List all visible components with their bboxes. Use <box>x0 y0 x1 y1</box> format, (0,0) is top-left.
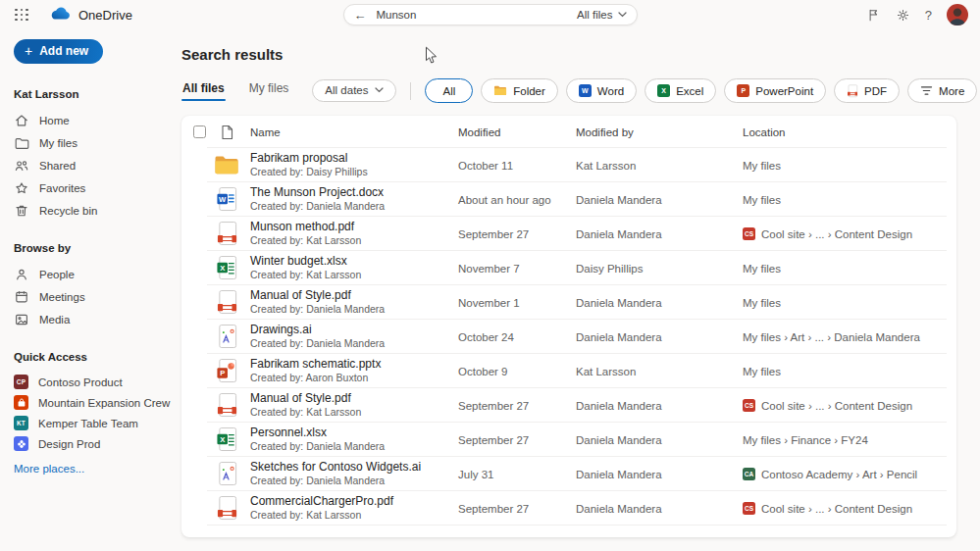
quick-access-contoso-product[interactable]: CP Contoso Product <box>14 372 172 392</box>
tab-all-files[interactable]: All files <box>181 79 226 102</box>
file-location[interactable]: My files › Art › ... › Daniela Mandera <box>743 331 945 343</box>
location-path: Cool site › ... › Content Design <box>761 503 912 515</box>
select-all-checkbox[interactable] <box>193 125 206 138</box>
file-location[interactable]: My files <box>743 297 945 309</box>
sidebar-item-label: People <box>39 269 75 280</box>
sidebar-item-meetings[interactable]: Meetings <box>14 285 172 308</box>
file-created-by: Created by: Kat Larsson <box>250 509 458 523</box>
top-bar: OneDrive ← Munson All files ? <box>0 0 980 29</box>
search-input[interactable]: Munson <box>377 9 578 21</box>
onedrive-cloud-icon <box>49 6 71 25</box>
file-modified-by: Daniela Mandera <box>576 400 743 412</box>
file-location[interactable]: CS Cool site › ... › Content Design <box>743 227 945 240</box>
sidebar-quick-access-nav: CP Contoso Product Mountain Expansion Cr… <box>14 372 172 454</box>
quick-access-label: Contoso Product <box>38 376 123 388</box>
quick-access-kemper-table-team[interactable]: KT Kemper Table Team <box>14 413 172 433</box>
filter-pill-pdf[interactable]: PDF <box>834 78 900 103</box>
quick-access-label: Design Prod <box>38 438 100 450</box>
file-modified: October 11 <box>458 160 576 172</box>
file-location[interactable]: My files <box>743 366 945 377</box>
table-row[interactable]: Drawings.ai Created by: Daniela Mandera … <box>181 320 956 354</box>
table-row[interactable]: P Fabrikam schematic.pptx Created by: Aa… <box>181 354 956 388</box>
column-header-modified[interactable]: Modified <box>458 126 576 138</box>
date-filter-dropdown[interactable]: All dates <box>312 79 396 102</box>
quick-access-mountain-expansion-crew[interactable]: Mountain Expansion Crew <box>14 392 172 413</box>
table-row[interactable]: CommercialChargerPro.pdf Created by: Kat… <box>181 491 956 526</box>
file-location[interactable]: My files <box>743 160 945 172</box>
table-row[interactable]: Sketches for Contoso Widgets.ai Created … <box>181 457 956 491</box>
table-row[interactable]: X Winter budget.xlsx Created by: Kat Lar… <box>181 251 956 285</box>
file-location[interactable]: CS Cool site › ... › Content Design <box>743 399 945 412</box>
filter-pill-folder[interactable]: Folder <box>481 78 558 103</box>
file-type-column-icon[interactable] <box>213 125 240 140</box>
location-path: My files <box>743 194 781 206</box>
sidebar-item-media[interactable]: Media <box>14 308 172 330</box>
quick-access-design-prod[interactable]: Design Prod <box>14 433 172 454</box>
sidebar-item-shared[interactable]: Shared <box>14 154 172 176</box>
folder-file-icon <box>213 155 240 175</box>
search-back-arrow-icon[interactable]: ← <box>354 9 367 22</box>
file-location[interactable]: My files <box>743 263 945 275</box>
sidebar-item-people[interactable]: People <box>14 263 172 285</box>
add-new-button[interactable]: + Add new <box>14 39 103 64</box>
file-location[interactable]: CS Cool site › ... › Content Design <box>743 502 945 515</box>
table-row[interactable]: Fabrikam proposal Created by: Daisy Phil… <box>181 148 956 182</box>
file-created-by: Created by: Daniela Mandera <box>250 200 458 214</box>
filter-pill-excel[interactable]: X Excel <box>645 78 716 103</box>
powerpoint-icon: P <box>737 84 749 97</box>
help-icon[interactable]: ? <box>925 8 932 23</box>
search-bar[interactable]: ← Munson All files <box>343 4 638 25</box>
location-path: My files <box>743 160 781 172</box>
file-created-by: Created by: Kat Larsson <box>250 406 458 420</box>
onedrive-logo[interactable]: OneDrive <box>49 6 132 25</box>
sidebar-item-my-files[interactable]: My files <box>14 131 172 154</box>
avatar[interactable] <box>947 4 968 25</box>
sidebar-user-name: Kat Larsson <box>14 88 172 100</box>
gear-icon[interactable] <box>896 8 910 23</box>
table-row[interactable]: W The Munson Project.docx Created by: Da… <box>181 182 956 217</box>
column-header-modified-by[interactable]: Modified by <box>576 126 743 138</box>
sidebar-item-favorites[interactable]: Favorites <box>14 176 172 199</box>
table-row[interactable]: Manual of Style.pdf Created by: Daniela … <box>181 285 956 320</box>
star-icon <box>14 180 29 196</box>
svg-text:X: X <box>220 435 226 444</box>
flag-icon[interactable] <box>866 8 881 23</box>
file-name: Sketches for Contoso Widgets.ai <box>250 460 458 476</box>
waffle-grid <box>15 9 28 22</box>
quick-access-label: Quick Access <box>14 351 172 363</box>
filter-pill-more[interactable]: More <box>907 78 977 103</box>
file-name: Winter budget.xlsx <box>250 254 458 270</box>
more-places-link[interactable]: More places... <box>14 463 84 475</box>
search-scope-dropdown[interactable]: All files <box>577 9 626 21</box>
filter-pill-all[interactable]: All <box>425 78 473 103</box>
trash-icon <box>14 203 29 219</box>
column-header-location[interactable]: Location <box>743 126 945 138</box>
table-row[interactable]: Munson method.pdf Created by: Kat Larsso… <box>181 217 956 251</box>
table-row[interactable]: X Personnel.xlsx Created by: Daniela Man… <box>181 423 956 457</box>
toolbar-divider <box>410 82 411 100</box>
sidebar-browse-nav: People Meetings Media <box>14 263 172 330</box>
sidebar-item-recycle-bin[interactable]: Recycle bin <box>14 199 172 222</box>
mountain-expansion-crew-icon <box>14 395 28 410</box>
table-row[interactable]: Manual of Style.pdf Created by: Kat Lars… <box>181 388 956 423</box>
file-location[interactable]: CA Contoso Academy › Art › Pencil <box>743 468 945 480</box>
tab-my-files[interactable]: My files <box>248 79 290 102</box>
ai-file-icon <box>213 461 240 487</box>
folder-icon <box>493 85 507 96</box>
sidebar-item-home[interactable]: Home <box>14 109 172 131</box>
app-launcher-waffle-icon[interactable] <box>8 1 35 28</box>
filter-pill-word[interactable]: W Word <box>566 78 637 103</box>
location-path: My files <box>743 366 781 377</box>
file-modified-by: Daniela Mandera <box>576 331 743 343</box>
column-header-name[interactable]: Name <box>250 126 458 138</box>
file-location[interactable]: My files <box>743 194 945 206</box>
file-location[interactable]: My files › Finance › FY24 <box>743 434 945 446</box>
contoso-product-icon: CP <box>14 375 28 389</box>
quick-access-label: Kemper Table Team <box>38 418 138 429</box>
filter-pill-powerpoint[interactable]: P PowerPoint <box>724 78 826 103</box>
location-path: My files <box>743 297 781 309</box>
page-title: Search results <box>181 46 980 63</box>
file-created-by: Created by: Daniela Mandera <box>250 303 458 317</box>
word-icon: W <box>579 84 592 97</box>
file-name: The Munson Project.docx <box>250 185 458 201</box>
